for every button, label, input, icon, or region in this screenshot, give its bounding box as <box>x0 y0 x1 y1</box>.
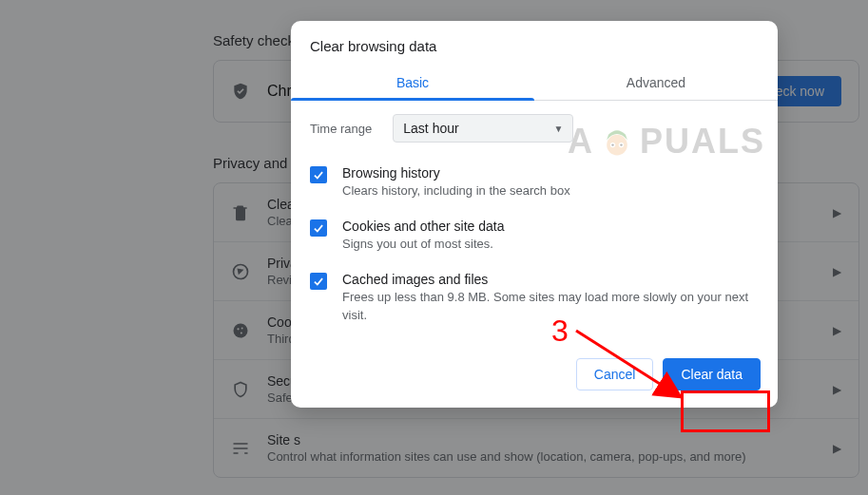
clear-browsing-data-dialog: Clear browsing data Basic Advanced Time … <box>291 21 778 408</box>
time-range-label: Time range <box>310 122 372 136</box>
option-title: Cached images and files <box>342 272 759 287</box>
option-cached[interactable]: Cached images and files Frees up less th… <box>310 264 759 334</box>
option-sub: Signs you out of most sites. <box>342 236 759 253</box>
option-sub: Clears history, including in the search … <box>342 182 759 200</box>
dialog-tabs: Basic Advanced <box>291 66 778 101</box>
option-cookies[interactable]: Cookies and other site data Signs you ou… <box>310 211 759 264</box>
option-sub: Frees up less than 9.8 MB. Some sites ma… <box>342 289 759 323</box>
option-title: Cookies and other site data <box>342 219 759 234</box>
checkbox-cookies[interactable] <box>310 219 327 237</box>
clear-data-button[interactable]: Clear data <box>663 358 761 390</box>
cancel-button[interactable]: Cancel <box>576 358 654 390</box>
option-title: Browsing history <box>342 165 759 181</box>
option-browsing-history[interactable]: Browsing history Clears history, includi… <box>310 158 759 211</box>
checkbox-browsing-history[interactable] <box>310 166 327 183</box>
dropdown-arrow-icon: ▼ <box>553 124 563 134</box>
dialog-title: Clear browsing data <box>291 21 778 66</box>
time-range-select[interactable]: Last hour ▼ <box>393 114 573 143</box>
time-range-value: Last hour <box>403 121 458 136</box>
checkbox-cached[interactable] <box>310 273 327 290</box>
tab-basic[interactable]: Basic <box>291 66 534 100</box>
tab-advanced[interactable]: Advanced <box>534 66 778 100</box>
